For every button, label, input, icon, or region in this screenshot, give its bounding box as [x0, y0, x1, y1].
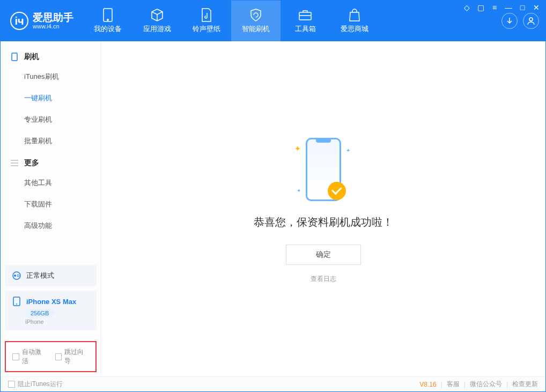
- svg-point-7: [17, 275, 19, 277]
- sidebar-item-pro-flash[interactable]: 专业刷机: [1, 109, 101, 130]
- checkbox-icon: [8, 381, 15, 388]
- sidebar-item-oneclick-flash[interactable]: 一键刷机: [1, 87, 101, 109]
- tab-apps-games[interactable]: 应用游戏: [132, 1, 182, 41]
- app-body: 刷机 iTunes刷机 一键刷机 专业刷机 批量刷机 更多 其他工具 下载固件 …: [1, 41, 545, 376]
- checkbox-auto-activate[interactable]: 自动激活: [12, 347, 47, 366]
- toolbox-icon: [298, 8, 312, 22]
- tab-label: 我的设备: [94, 24, 122, 34]
- minimize-button[interactable]: —: [504, 3, 513, 12]
- svg-rect-2: [299, 12, 311, 20]
- footer-right: V8.16 | 客服 | 微信公众号 | 检查更新: [419, 380, 538, 389]
- device-icon: [101, 8, 115, 22]
- wechat-link[interactable]: 微信公众号: [470, 380, 502, 389]
- sparkle-icon: ✦: [297, 188, 301, 194]
- device-name: iPhone XS Max: [26, 298, 76, 306]
- mode-box[interactable]: 正常模式: [5, 265, 97, 286]
- checkbox-label: 跳过向导: [64, 347, 89, 366]
- sparkle-icon: ✦: [294, 144, 301, 153]
- svg-point-9: [16, 304, 17, 305]
- menu-icon[interactable]: ≡: [490, 3, 499, 12]
- cube-icon: [150, 8, 164, 22]
- sidebar-group-more: 更多: [1, 152, 101, 172]
- device-panel: 正常模式 iPhone XS Max 256GB iPhone: [1, 261, 101, 339]
- checkbox-icon: [12, 353, 19, 360]
- shopping-bag-icon: [348, 8, 361, 22]
- tab-smart-flash[interactable]: 智能刷机: [231, 1, 281, 41]
- sidebar-item-batch-flash[interactable]: 批量刷机: [1, 130, 101, 152]
- check-update-link[interactable]: 检查更新: [512, 380, 538, 389]
- tab-my-device[interactable]: 我的设备: [83, 1, 132, 41]
- checkbox-block-itunes[interactable]: 阻止iTunes运行: [8, 380, 63, 389]
- view-log-link[interactable]: 查看日志: [311, 275, 336, 284]
- shield-refresh-icon: [249, 8, 263, 22]
- svg-point-6: [14, 275, 16, 277]
- option-checks: 自动激活 跳过向导: [5, 341, 97, 372]
- device-type: iPhone: [25, 319, 43, 325]
- separator: |: [506, 381, 508, 388]
- svg-point-1: [107, 19, 109, 21]
- sparkle-icon: ✦: [346, 147, 350, 153]
- app-header: iч 爱思助手 www.i4.cn 我的设备 应用游戏 铃声壁纸 智能刷机 工具…: [1, 1, 545, 41]
- app-title: 爱思助手: [33, 12, 73, 24]
- checkbox-skip-guide[interactable]: 跳过向导: [55, 347, 90, 366]
- group-title: 刷机: [24, 52, 39, 62]
- user-button[interactable]: [523, 13, 539, 29]
- separator: |: [441, 381, 442, 388]
- success-message: 恭喜您，保资料刷机成功啦！: [254, 215, 393, 230]
- success-illustration: ✦ ✦ ✦: [291, 135, 356, 204]
- checkmark-badge-icon: [328, 182, 346, 200]
- close-button[interactable]: ✕: [532, 3, 541, 12]
- music-file-icon: [200, 8, 213, 22]
- tshirt-icon[interactable]: ◇: [462, 3, 471, 12]
- checkbox-label: 自动激活: [22, 347, 47, 366]
- tab-ringtone-wallpaper[interactable]: 铃声壁纸: [182, 1, 231, 41]
- mode-label: 正常模式: [26, 271, 54, 280]
- main-content: ✦ ✦ ✦ 恭喜您，保资料刷机成功啦！ 确定 查看日志: [101, 41, 545, 376]
- version-label: V8.16: [419, 381, 436, 388]
- main-tabs: 我的设备 应用游戏 铃声壁纸 智能刷机 工具箱 爱思商城: [83, 1, 496, 41]
- tab-label: 智能刷机: [242, 24, 270, 34]
- separator: |: [464, 381, 466, 388]
- tab-store[interactable]: 爱思商城: [330, 1, 379, 41]
- tab-toolbox[interactable]: 工具箱: [281, 1, 330, 41]
- logo-text: 爱思助手 www.i4.cn: [33, 12, 73, 30]
- group-title: 更多: [24, 158, 39, 168]
- app-logo-icon: iч: [10, 12, 28, 30]
- sidebar-item-download-firmware[interactable]: 下载固件: [1, 194, 101, 215]
- svg-rect-4: [12, 53, 17, 61]
- sidebar-scroll: 刷机 iTunes刷机 一键刷机 专业刷机 批量刷机 更多 其他工具 下载固件 …: [1, 41, 101, 261]
- checkbox-icon: [55, 353, 62, 360]
- sidebar-item-other-tools[interactable]: 其他工具: [1, 172, 101, 194]
- feedback-icon[interactable]: ▢: [476, 3, 485, 12]
- mode-icon: [11, 270, 22, 281]
- sidebar-group-flash: 刷机: [1, 46, 101, 66]
- storage-badge: 256GB: [25, 309, 54, 317]
- phone-icon: [10, 53, 19, 61]
- tab-label: 应用游戏: [143, 24, 171, 34]
- tab-label: 工具箱: [295, 24, 316, 34]
- window-controls: ◇ ▢ ≡ — □ ✕: [462, 3, 541, 12]
- download-button[interactable]: [501, 13, 518, 29]
- svg-point-3: [529, 18, 533, 21]
- support-link[interactable]: 客服: [447, 380, 460, 389]
- sidebar-item-advanced[interactable]: 高级功能: [1, 215, 101, 236]
- device-box[interactable]: iPhone XS Max 256GB iPhone: [5, 291, 97, 330]
- footer: 阻止iTunes运行 V8.16 | 客服 | 微信公众号 | 检查更新: [1, 376, 545, 391]
- tab-label: 爱思商城: [341, 24, 368, 34]
- device-phone-icon: [11, 296, 22, 307]
- sidebar-item-itunes-flash[interactable]: iTunes刷机: [1, 66, 101, 87]
- list-icon: [10, 159, 19, 167]
- logo-area: iч 爱思助手 www.i4.cn: [1, 1, 83, 41]
- maximize-button[interactable]: □: [518, 3, 527, 12]
- ok-button[interactable]: 确定: [286, 245, 361, 265]
- tab-label: 铃声壁纸: [193, 24, 220, 34]
- checkbox-label: 阻止iTunes运行: [18, 380, 63, 389]
- sidebar: 刷机 iTunes刷机 一键刷机 专业刷机 批量刷机 更多 其他工具 下载固件 …: [1, 41, 101, 376]
- app-subtitle: www.i4.cn: [33, 23, 73, 29]
